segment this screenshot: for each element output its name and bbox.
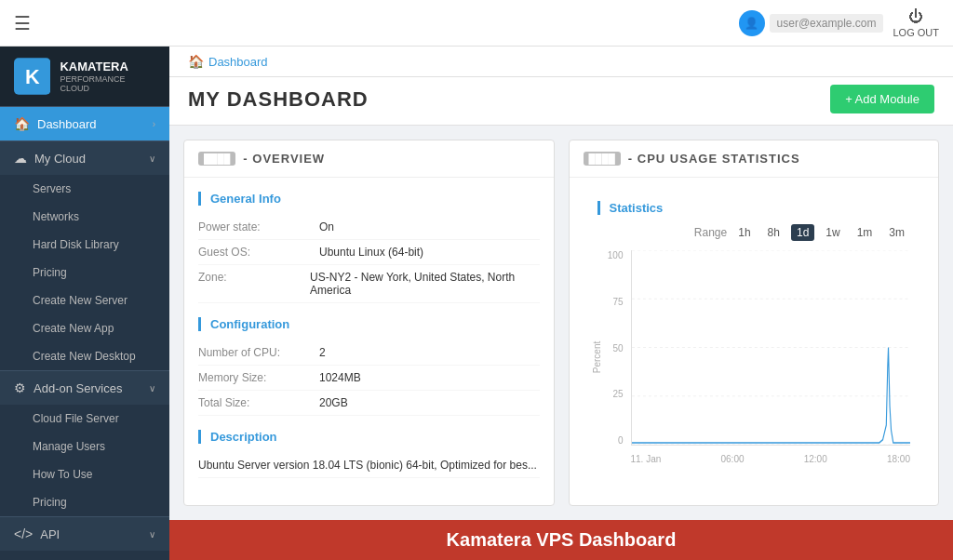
sidebar-item-manage-users[interactable]: Manage Users — [0, 433, 169, 460]
dashboard-grid: ████ - OVERVIEW General Info Power state… — [169, 126, 953, 520]
y-label-50: 50 — [612, 343, 623, 353]
total-size-value: 20GB — [319, 396, 348, 409]
page-title: MY DASHBOARD — [188, 87, 369, 112]
range-1m[interactable]: 1m — [852, 224, 879, 241]
power-state-label: Power state: — [198, 220, 319, 233]
overview-badge: ████ — [198, 152, 235, 166]
memory-value: 1024MB — [319, 371, 361, 384]
sidebar-item-keys[interactable]: Keys — [0, 551, 169, 560]
num-cpu-row: Number of CPU: 2 — [198, 340, 540, 366]
chart-range-selector: Range 1h 8h 1d 1w 1m 3m — [597, 224, 911, 241]
cpu-chart-svg — [632, 250, 911, 445]
sidebar-api-submenu: Keys How To Use — [0, 551, 169, 560]
cloud-icon: ☁ — [14, 151, 27, 166]
sidebar-item-create-new-desktop[interactable]: Create New Desktop — [0, 342, 169, 370]
sidebar-my-cloud-label: My Cloud — [34, 152, 86, 166]
sidebar-item-my-cloud[interactable]: ☁ My Cloud ∨ — [0, 140, 169, 175]
overview-panel-body: General Info Power state: On Guest OS: U… — [184, 178, 554, 505]
sidebar-logo: K KAMATERA PERFORMANCE CLOUD — [0, 47, 169, 107]
chevron-down-icon-2: ∨ — [149, 383, 155, 393]
description-value: Ubuntu Server version 18.04 LTS (bionic)… — [198, 459, 537, 472]
brand-name: KAMATERA — [60, 60, 155, 74]
memory-label: Memory Size: — [198, 371, 319, 384]
add-module-button[interactable]: + Add Module — [830, 85, 934, 113]
sidebar-item-dashboard[interactable]: 🏠 Dashboard › — [0, 107, 169, 140]
sidebar-item-api[interactable]: </> API ∨ — [0, 516, 169, 551]
page-header: MY DASHBOARD + Add Module — [169, 77, 953, 126]
statistics-title: Statistics — [597, 201, 911, 215]
sidebar-item-hard-disk-library[interactable]: Hard Disk Library — [0, 231, 169, 259]
power-state-value: On — [319, 220, 334, 233]
chart-container: 100 75 50 25 0 Percent — [597, 250, 911, 464]
top-bar-left: ☰ — [14, 12, 31, 34]
user-avatar: 👤 — [739, 10, 765, 36]
range-1d[interactable]: 1d — [791, 224, 814, 241]
range-8h[interactable]: 8h — [762, 224, 785, 241]
num-cpu-label: Number of CPU: — [198, 346, 319, 359]
kamatera-logo-icon: K — [14, 58, 50, 95]
bottom-banner: Kamatera VPS Dashboard — [169, 520, 953, 560]
x-axis: 11. Jan 06:00 12:00 18:00 — [631, 454, 911, 464]
y-label-100: 100 — [608, 250, 624, 260]
description-row: Ubuntu Server version 18.04 LTS (bionic)… — [198, 453, 540, 478]
range-1h[interactable]: 1h — [732, 224, 756, 241]
sidebar-item-create-new-server[interactable]: Create New Server — [0, 287, 169, 314]
y-label-25: 25 — [612, 389, 623, 399]
power-state-row: Power state: On — [198, 215, 540, 240]
sidebar-item-networks[interactable]: Networks — [0, 203, 169, 231]
y-label-75: 75 — [612, 297, 623, 307]
api-icon: </> — [14, 527, 33, 541]
sidebar-item-how-to-use-cfs[interactable]: How To Use — [0, 460, 169, 488]
sidebar-item-pricing-cloud[interactable]: Pricing — [0, 259, 169, 287]
x-label-3: 12:00 — [804, 454, 827, 464]
addon-icon: ⚙ — [14, 380, 26, 395]
brand-subtitle: PERFORMANCE CLOUD — [60, 74, 155, 93]
cpu-panel-body: Statistics Range 1h 8h 1d 1w 1m 3m — [570, 178, 939, 505]
sidebar-item-create-new-app[interactable]: Create New App — [0, 314, 169, 342]
zone-row: Zone: US-NY2 - New York, United States, … — [198, 265, 540, 303]
memory-row: Memory Size: 1024MB — [198, 366, 540, 391]
logout-label: LOG OUT — [893, 27, 939, 38]
cpu-badge: ████ — [584, 152, 621, 166]
zone-value: US-NY2 - New York, United States, North … — [310, 271, 539, 297]
sidebar: K KAMATERA PERFORMANCE CLOUD 🏠 Dashboard… — [0, 47, 169, 560]
total-size-row: Total Size: 20GB — [198, 391, 540, 416]
hamburger-menu[interactable]: ☰ — [14, 12, 31, 34]
general-info-title: General Info — [198, 192, 540, 206]
cpu-usage-panel: ████ - CPU USAGE STATISTICS Statistics R… — [569, 140, 940, 506]
content-area: 🏠 Dashboard MY DASHBOARD + Add Module ██… — [169, 47, 953, 560]
sidebar-item-addon-services[interactable]: ⚙ Add-on Services ∨ — [0, 370, 169, 405]
configuration-section: Configuration Number of CPU: 2 Memory Si… — [198, 317, 540, 416]
general-info-section: General Info Power state: On Guest OS: U… — [198, 192, 540, 303]
overview-panel: ████ - OVERVIEW General Info Power state… — [183, 140, 555, 506]
guest-os-row: Guest OS: Ubuntu Linux (64-bit) — [198, 240, 540, 265]
guest-os-value: Ubuntu Linux (64-bit) — [319, 246, 423, 259]
sidebar-item-servers[interactable]: Servers — [0, 175, 169, 203]
overview-panel-header: ████ - OVERVIEW — [184, 140, 554, 178]
chart-svg-container — [631, 250, 911, 446]
description-section: Description Ubuntu Server version 18.04 … — [198, 430, 540, 478]
breadcrumb-label: Dashboard — [208, 55, 268, 69]
zone-label: Zone: — [198, 271, 310, 297]
sidebar-api-label: API — [40, 527, 60, 541]
logout-icon: ⏻ — [908, 8, 923, 25]
cpu-title: - CPU USAGE STATISTICS — [628, 152, 800, 166]
sidebar-addon-submenu: Cloud File Server Manage Users How To Us… — [0, 405, 169, 516]
x-label-2: 06:00 — [721, 454, 745, 464]
user-info: 👤 user@example.com — [739, 10, 884, 36]
chart-section: Statistics Range 1h 8h 1d 1w 1m 3m — [584, 192, 925, 473]
top-bar: ☰ 👤 user@example.com ⏻ LOG OUT — [0, 0, 953, 47]
chevron-down-icon-3: ∨ — [149, 529, 155, 540]
num-cpu-value: 2 — [319, 346, 326, 359]
sidebar-item-pricing-cfs[interactable]: Pricing — [0, 488, 169, 516]
y-label-0: 0 — [618, 435, 624, 446]
sidebar-item-cloud-file-server[interactable]: Cloud File Server — [0, 405, 169, 433]
sidebar-addon-label: Add-on Services — [34, 381, 122, 395]
total-size-label: Total Size: — [198, 396, 319, 409]
cpu-panel-header: ████ - CPU USAGE STATISTICS — [570, 140, 939, 178]
logout-button[interactable]: ⏻ LOG OUT — [893, 8, 939, 38]
range-1w[interactable]: 1w — [820, 224, 845, 241]
configuration-title: Configuration — [198, 317, 540, 331]
sidebar-dashboard-label: Dashboard — [37, 117, 97, 131]
range-3m[interactable]: 3m — [883, 224, 910, 241]
